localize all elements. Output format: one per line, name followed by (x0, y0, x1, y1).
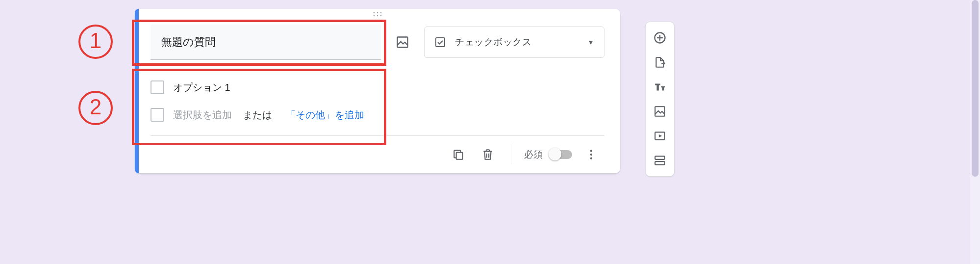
more-options-button[interactable] (581, 144, 602, 165)
required-toggle-group: 必須 (524, 148, 572, 161)
option-checkbox-icon (151, 108, 164, 122)
drag-dots-icon (373, 12, 382, 17)
required-label: 必須 (524, 148, 543, 161)
svg-point-10 (590, 154, 592, 156)
toggle-knob (549, 148, 561, 160)
add-video-button[interactable] (649, 125, 671, 147)
svg-point-0 (374, 12, 375, 14)
svg-point-11 (590, 157, 592, 159)
import-file-icon (653, 56, 666, 69)
card-body: チェックボックス ▼ オプション 1 選択肢を追加 または 「その他」を追加 (135, 20, 620, 173)
required-toggle[interactable] (550, 150, 572, 159)
svg-rect-13 (655, 106, 665, 116)
side-toolbar (645, 22, 675, 177)
image-icon (653, 105, 666, 118)
option-checkbox-icon (151, 80, 164, 94)
add-option-or-text: または (243, 108, 272, 122)
vertical-scrollbar[interactable] (970, 0, 980, 264)
question-type-select[interactable]: チェックボックス ▼ (424, 26, 604, 58)
annotation-number-2: 2 (78, 91, 113, 125)
svg-point-1 (377, 12, 378, 14)
plus-circle-icon (653, 31, 667, 45)
question-type-label: チェックボックス (455, 36, 587, 49)
add-option-row: 選択肢を追加 または 「その他」を追加 (151, 108, 604, 122)
question-header-row: チェックボックス ▼ (151, 25, 604, 60)
import-questions-button[interactable] (649, 52, 671, 73)
add-image-side-button[interactable] (649, 101, 671, 122)
svg-point-5 (380, 15, 382, 17)
svg-rect-16 (655, 161, 665, 165)
video-icon (653, 130, 666, 142)
question-title-input[interactable] (151, 25, 381, 60)
card-accent-bar (135, 9, 139, 173)
svg-point-2 (380, 12, 382, 14)
svg-point-9 (590, 150, 592, 152)
more-vert-icon (585, 148, 598, 161)
option-row[interactable]: オプション 1 (151, 80, 604, 94)
add-question-button[interactable] (649, 27, 671, 49)
svg-rect-6 (398, 37, 408, 48)
scrollbar-thumb[interactable] (972, 0, 979, 177)
add-option-placeholder[interactable]: 選択肢を追加 (173, 108, 232, 122)
footer-separator (511, 145, 511, 164)
add-title-button[interactable] (649, 76, 671, 98)
image-icon (396, 35, 409, 49)
annotation-number-1: 1 (78, 25, 113, 59)
checkbox-type-icon (434, 36, 446, 48)
svg-rect-15 (655, 156, 665, 159)
svg-point-3 (374, 15, 375, 17)
duplicate-button[interactable] (448, 144, 469, 165)
copy-icon (452, 148, 465, 161)
svg-point-4 (377, 15, 378, 17)
card-drag-handle[interactable] (135, 9, 620, 20)
question-card: チェックボックス ▼ オプション 1 選択肢を追加 または 「その他」を追加 (135, 9, 620, 173)
svg-rect-7 (436, 38, 445, 47)
trash-icon (481, 148, 494, 161)
question-title-wrap (151, 25, 381, 60)
add-image-button[interactable] (395, 34, 410, 50)
add-section-button[interactable] (649, 150, 671, 171)
add-other-option-link[interactable]: 「その他」を追加 (286, 108, 364, 122)
question-footer: 必須 (151, 135, 604, 173)
section-icon (653, 154, 666, 167)
option-label: オプション 1 (173, 81, 230, 94)
title-text-icon (653, 80, 666, 93)
question-options: オプション 1 選択肢を追加 または 「その他」を追加 (151, 80, 604, 122)
svg-rect-8 (456, 153, 463, 159)
delete-button[interactable] (477, 144, 498, 165)
chevron-down-icon: ▼ (587, 38, 594, 46)
